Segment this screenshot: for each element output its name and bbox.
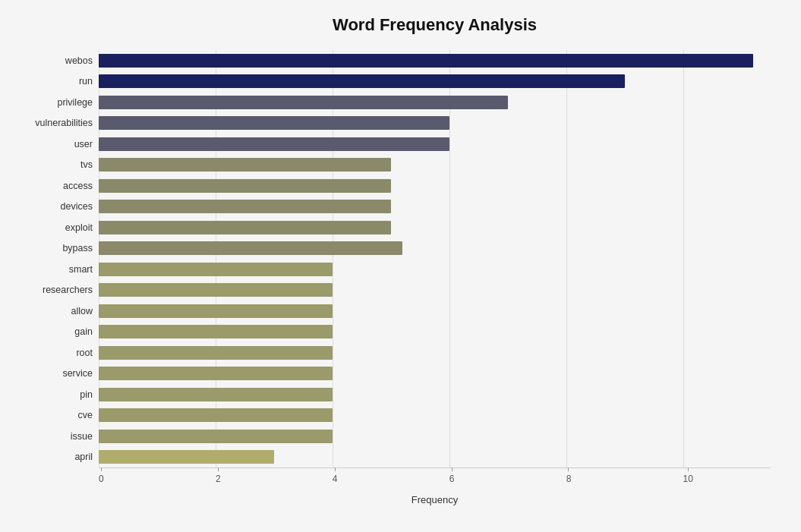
bar [99,221,391,235]
x-tick-line [688,467,689,471]
bar-label: cve [2,410,93,420]
bar-row: user [99,136,771,153]
bar-row: allow [99,303,771,320]
bar-label: root [2,348,93,358]
x-tick-label: 4 [333,474,338,484]
bar [99,96,508,109]
bar-row: access [99,178,771,194]
bar-row: devices [99,198,771,215]
bar [99,137,449,151]
bar-row: privilege [99,94,771,111]
bar-row: smart [99,261,771,278]
bar-row: service [99,365,771,382]
bar [99,325,333,338]
x-tick-line [218,467,219,471]
bars-wrapper: webosrunprivilegevulnerabilitiesusertvsa… [99,50,771,467]
bar-label: researchers [2,285,93,295]
bar [99,283,333,297]
x-tick-label: 0 [99,474,104,484]
bar-row: exploit [99,219,771,236]
x-tick-label: 6 [449,474,455,484]
bar-row: tvs [99,156,771,173]
x-axis: 0246810 [99,467,771,490]
bar-row: bypass [99,240,771,257]
x-tick-line [101,467,102,471]
bar-label: exploit [2,222,93,233]
bar-label: bypass [2,243,93,253]
x-tick-label: 2 [216,474,221,484]
bar-row: vulnerabilities [99,115,771,131]
chart-area: webosrunprivilegevulnerabilitiesusertvsa… [99,50,771,490]
bar-row: issue [99,428,771,445]
bar-row: cve [99,407,771,423]
bar [99,54,753,68]
x-axis-title: Frequency [99,494,771,505]
bar [99,241,402,255]
bar [99,74,625,88]
bar-label: tvs [2,159,93,170]
bar-row: gain [99,323,771,340]
bar [99,263,333,276]
x-tick-label: 8 [566,474,572,484]
bar [99,346,333,360]
chart-container: Word Frequency Analysis webosrunprivileg… [0,0,801,532]
bar [99,408,333,422]
bar-row: run [99,73,771,90]
bar-row: root [99,345,771,361]
x-tick: 0 [99,467,104,484]
bar-label: allow [2,306,93,316]
bar-label: user [2,139,93,150]
x-tick-line [335,467,336,471]
chart-title: Word Frequency Analysis [99,15,771,35]
bar-row: webos [99,52,771,69]
bar-row: pin [99,386,771,403]
x-tick: 8 [566,467,572,484]
bar [99,304,333,318]
bar [99,388,333,401]
bar-label: vulnerabilities [2,118,93,128]
bar-row: april [99,449,771,465]
bar-label: smart [2,264,93,275]
bar [99,179,391,193]
bar-label: webos [2,55,93,66]
x-tick-label: 10 [683,474,693,484]
bar [99,430,333,443]
bar-label: april [2,452,93,462]
x-tick-line [568,467,569,471]
x-tick: 10 [683,467,693,484]
bar-label: run [2,76,93,87]
bar-label: devices [2,201,93,212]
bar-label: privilege [2,97,93,108]
bar [99,116,449,130]
x-tick: 4 [333,467,338,484]
bar-label: pin [2,389,93,400]
bar-label: service [2,368,93,379]
bar [99,367,333,380]
bar-row: researchers [99,282,771,298]
bar [99,200,391,213]
bar-label: gain [2,326,93,337]
bar-label: access [2,181,93,191]
bar [99,158,391,172]
bar-label: issue [2,431,93,442]
x-tick: 2 [216,467,221,484]
bar [99,450,274,464]
x-tick-line [452,467,453,471]
x-ticks: 0246810 [99,467,771,490]
x-tick: 6 [449,467,455,484]
